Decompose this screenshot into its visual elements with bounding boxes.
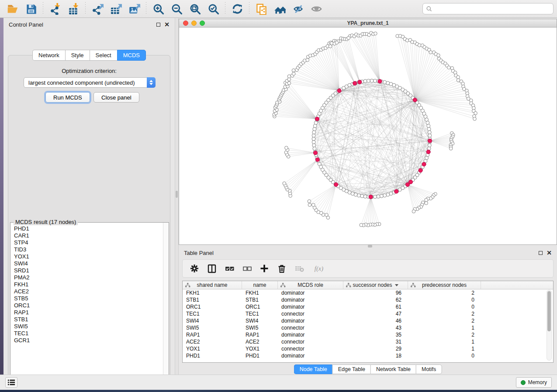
mcds-result-item[interactable]: ACE2 xyxy=(14,288,163,295)
search-box[interactable] xyxy=(422,3,554,14)
import-table-button[interactable] xyxy=(64,1,83,16)
cell-shared_name[interactable]: TEC1 xyxy=(183,310,242,317)
cell-shared_name[interactable]: ORC1 xyxy=(183,303,242,310)
cell-successor_nodes[interactable]: 61 xyxy=(343,303,408,310)
column-header-shared-name[interactable]: shared name xyxy=(183,281,242,289)
close-panel-button[interactable]: Close panel xyxy=(93,92,139,103)
cell-successor_nodes[interactable]: 43 xyxy=(343,324,408,331)
mcds-result-list[interactable]: PHD1CAR1STP4TID3YOX1SWI4SRD1PMA2FKH1ACE2… xyxy=(10,223,163,382)
refresh-button[interactable] xyxy=(228,1,246,16)
cell-shared_name[interactable]: SWI4 xyxy=(183,317,242,324)
tab-mcds[interactable]: MCDS xyxy=(117,50,146,61)
tab-style[interactable]: Style xyxy=(65,50,90,61)
cell-successor_nodes[interactable]: 35 xyxy=(343,331,408,338)
export-image-button[interactable] xyxy=(125,1,143,16)
panel-splitter[interactable] xyxy=(175,18,179,375)
tab-edge-table[interactable]: Edge Table xyxy=(332,364,370,374)
cell-shared_name[interactable]: RAP1 xyxy=(183,331,242,338)
criterion-dropdown[interactable]: largest connected component (undirected) xyxy=(24,77,156,88)
network-window-titlebar[interactable]: YPA_prune.txt_1 xyxy=(179,19,557,28)
table-row[interactable]: ORC1ORC1dominator610 xyxy=(183,303,553,310)
table-scrollbar[interactable] xyxy=(547,290,552,361)
table-row[interactable]: YOX1YOX1connector291 xyxy=(183,345,553,352)
tab-select[interactable]: Select xyxy=(90,50,117,61)
status-menu-button[interactable] xyxy=(5,377,17,388)
mcds-result-item[interactable]: STB1 xyxy=(14,316,163,323)
network-canvas[interactable] xyxy=(179,28,557,244)
mcds-result-item[interactable]: PHD1 xyxy=(14,225,163,232)
table-scrollbar-thumb[interactable] xyxy=(547,291,551,331)
hide-network-button[interactable] xyxy=(289,1,307,16)
mcds-result-item[interactable]: STB5 xyxy=(14,295,163,302)
cell-shared_name[interactable]: PHD1 xyxy=(183,352,242,359)
mcds-result-item[interactable]: RAP1 xyxy=(14,309,163,316)
cell-shared_name[interactable]: FKH1 xyxy=(183,289,242,296)
import-network-button[interactable] xyxy=(46,1,64,16)
cell-name[interactable]: PHD1 xyxy=(242,352,278,359)
mcds-result-item[interactable]: GCR1 xyxy=(14,337,163,344)
add-button[interactable] xyxy=(259,263,270,274)
table-row[interactable]: SWI5SWI5connector431 xyxy=(183,324,553,331)
search-input[interactable] xyxy=(435,6,550,12)
mcds-result-item[interactable]: SWI5 xyxy=(14,323,163,330)
cell-mcds_role[interactable]: connector xyxy=(278,310,343,317)
tab-network[interactable]: Network xyxy=(32,50,65,61)
open-button[interactable] xyxy=(3,1,22,16)
cell-mcds_role[interactable]: dominator xyxy=(278,331,343,338)
table-panel-resize-handle[interactable] xyxy=(368,245,372,248)
cell-name[interactable]: ORC1 xyxy=(242,303,278,310)
zoom-selected-button[interactable] xyxy=(204,1,222,16)
cell-name[interactable]: SWI4 xyxy=(242,317,278,324)
mcds-result-item[interactable]: PMA2 xyxy=(14,274,163,281)
cell-mcds_role[interactable]: dominator xyxy=(278,289,343,296)
cell-mcds_role[interactable]: dominator xyxy=(278,296,343,303)
cell-mcds_role[interactable]: dominator xyxy=(278,303,343,310)
mcds-result-item[interactable]: TID3 xyxy=(14,246,163,253)
table-row[interactable]: STB1STB1dominator620 xyxy=(183,296,553,303)
cell-successor_nodes[interactable]: 29 xyxy=(343,345,408,352)
cell-successor_nodes[interactable]: 96 xyxy=(343,289,408,296)
float-table-panel-icon[interactable] xyxy=(539,251,543,255)
memory-button[interactable]: Memory xyxy=(516,377,552,388)
copy-style-button[interactable] xyxy=(252,1,270,16)
cell-name[interactable]: SWI5 xyxy=(242,324,278,331)
cell-name[interactable]: RAP1 xyxy=(242,331,278,338)
home-networks-button[interactable] xyxy=(270,1,289,16)
gear-button[interactable] xyxy=(189,263,200,274)
cell-predecessor_nodes[interactable]: 0 xyxy=(408,303,481,310)
mcds-result-item[interactable]: CAR1 xyxy=(14,232,163,239)
close-table-panel-icon[interactable]: ✕ xyxy=(547,251,552,255)
trash-button[interactable] xyxy=(276,263,287,274)
table-row[interactable]: RAP1RAP1dominator352 xyxy=(183,331,553,338)
cell-predecessor_nodes[interactable]: 1 xyxy=(408,345,481,352)
cell-mcds_role[interactable]: dominator xyxy=(278,317,343,324)
float-window-icon[interactable] xyxy=(156,23,160,27)
cell-predecessor_nodes[interactable]: 2 xyxy=(408,289,481,296)
cell-name[interactable]: FKH1 xyxy=(242,289,278,296)
zoom-out-button[interactable] xyxy=(167,1,186,16)
cell-predecessor_nodes[interactable]: 2 xyxy=(408,317,481,324)
cell-shared_name[interactable]: SWI5 xyxy=(183,324,242,331)
close-window-icon[interactable]: ✕ xyxy=(164,22,170,27)
cell-shared_name[interactable]: YOX1 xyxy=(183,345,242,352)
cell-mcds_role[interactable]: connector xyxy=(278,338,343,345)
export-network-button[interactable] xyxy=(88,1,107,16)
splitter-handle[interactable] xyxy=(176,191,178,198)
table-row[interactable]: ACE2ACE2connector311 xyxy=(183,338,553,345)
select-all-button[interactable] xyxy=(224,263,235,274)
run-mcds-button[interactable]: Run MCDS xyxy=(45,92,90,103)
column-header-name[interactable]: name xyxy=(242,281,278,289)
column-header-MCDS-role[interactable]: MCDS role xyxy=(278,281,343,289)
cell-name[interactable]: STB1 xyxy=(242,296,278,303)
cell-successor_nodes[interactable]: 18 xyxy=(343,352,408,359)
deselect-all-button[interactable] xyxy=(241,263,253,274)
mcds-result-item[interactable]: ORC1 xyxy=(14,302,163,309)
cell-shared_name[interactable]: STB1 xyxy=(183,296,242,303)
table-row[interactable]: FKH1FKH1dominator962 xyxy=(183,289,553,296)
cell-predecessor_nodes[interactable]: 0 xyxy=(408,296,481,303)
show-eye-button[interactable] xyxy=(307,1,325,16)
cell-mcds_role[interactable]: connector xyxy=(278,324,343,331)
cell-successor_nodes[interactable]: 47 xyxy=(343,310,408,317)
table-row[interactable]: SWI4SWI4dominator462 xyxy=(183,317,553,324)
column-header-predecessor-nodes[interactable]: predecessor nodes xyxy=(408,281,481,289)
